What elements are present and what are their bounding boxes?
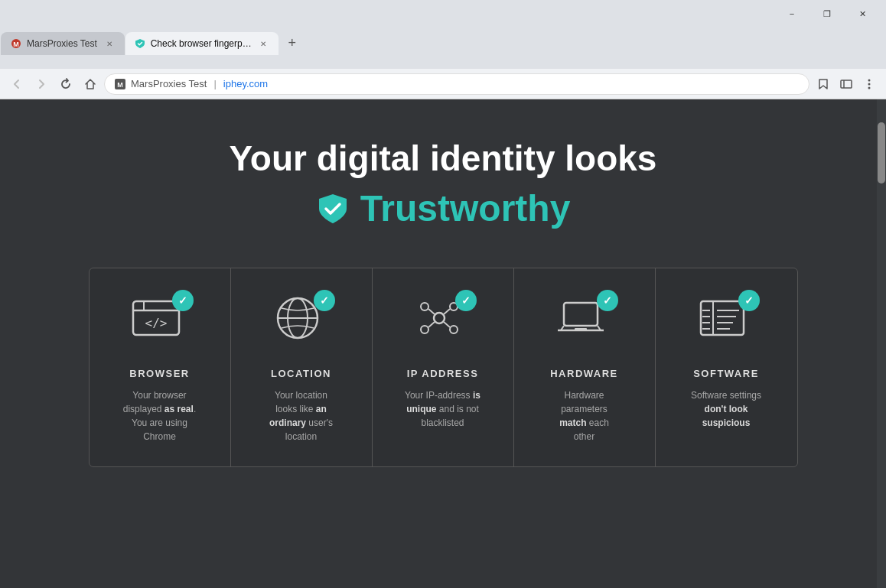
location-check-badge: ✓ bbox=[314, 290, 335, 311]
svg-text:M: M bbox=[117, 81, 123, 89]
location-card-desc: Your locationlooks like anordinary user'… bbox=[269, 388, 333, 443]
svg-rect-25 bbox=[564, 303, 598, 326]
page-content: Your digital identity looks Trustworthy … bbox=[0, 99, 886, 588]
shield-favicon-icon bbox=[135, 37, 146, 50]
software-card-title: SOFTWARE bbox=[693, 368, 759, 379]
mars-favicon-icon: M bbox=[10, 37, 22, 50]
software-card-icon-wrap: ✓ bbox=[695, 291, 757, 352]
reload-button[interactable] bbox=[55, 73, 77, 95]
svg-line-23 bbox=[428, 322, 435, 327]
browser-card: </> ✓ BROWSER Your browserdisplayed as r… bbox=[90, 268, 231, 466]
minimize-button[interactable]: − bbox=[774, 2, 809, 25]
svg-point-6 bbox=[868, 79, 871, 81]
home-button[interactable] bbox=[80, 73, 101, 95]
title-bar: − ❐ ✕ bbox=[0, 0, 886, 28]
close-button[interactable]: ✕ bbox=[845, 2, 880, 25]
ip-address-card: ✓ IP ADDRESS Your IP-address isunique an… bbox=[373, 268, 514, 466]
svg-text:</>: </> bbox=[145, 316, 167, 330]
menu-button[interactable] bbox=[858, 73, 880, 95]
svg-rect-29 bbox=[575, 328, 587, 330]
restore-button[interactable]: ❐ bbox=[809, 2, 845, 25]
ip-check-badge: ✓ bbox=[455, 290, 477, 311]
svg-point-20 bbox=[450, 326, 458, 333]
scrollbar[interactable] bbox=[877, 99, 886, 588]
window-controls: − ❐ ✕ bbox=[774, 2, 880, 25]
nav-right-controls bbox=[813, 73, 880, 95]
tab-close-2[interactable]: ✕ bbox=[258, 37, 269, 50]
location-card-icon-wrap: ✓ bbox=[271, 291, 332, 352]
zoom-button[interactable] bbox=[836, 73, 857, 95]
svg-rect-4 bbox=[841, 80, 852, 88]
svg-line-22 bbox=[444, 309, 450, 314]
browser-card-title: BROWSER bbox=[129, 368, 189, 379]
scrollbar-thumb bbox=[878, 122, 885, 184]
back-button[interactable] bbox=[6, 73, 28, 95]
svg-line-24 bbox=[444, 322, 450, 327]
tabs-bar: M MarsProxies Test ✕ Check browser finge… bbox=[0, 28, 886, 55]
headline-line1: Your digital identity looks bbox=[230, 138, 657, 180]
location-card-title: LOCATION bbox=[271, 368, 331, 379]
new-tab-button[interactable]: + bbox=[282, 32, 303, 54]
hardware-card-icon-wrap: ✓ bbox=[554, 291, 615, 352]
forward-button[interactable] bbox=[31, 73, 52, 95]
trustworthy-label: Trustworthy bbox=[360, 187, 571, 229]
trustworthy-row: Trustworthy bbox=[316, 187, 571, 229]
address-bar[interactable]: M MarsProxies Test | iphey.com bbox=[104, 73, 809, 95]
tab-close-1[interactable]: ✕ bbox=[103, 37, 116, 50]
software-check-badge: ✓ bbox=[738, 290, 760, 311]
ip-card-title: IP ADDRESS bbox=[407, 368, 479, 379]
hardware-card-title: HARDWARE bbox=[550, 368, 618, 379]
tab-fingerprints[interactable]: Check browser fingerprints ✕ bbox=[125, 32, 279, 55]
address-domain: iphey.com bbox=[223, 78, 268, 89]
cards-container: </> ✓ BROWSER Your browserdisplayed as r… bbox=[89, 268, 798, 467]
browser-card-desc: Your browserdisplayed as real.You are us… bbox=[123, 388, 196, 443]
software-card: ✓ SOFTWARE Software settingsdon't looksu… bbox=[656, 268, 797, 466]
trustworthy-shield-icon bbox=[316, 192, 350, 226]
software-card-desc: Software settingsdon't looksuspicious bbox=[691, 388, 761, 430]
svg-line-21 bbox=[428, 309, 435, 314]
svg-rect-30 bbox=[701, 301, 744, 335]
hardware-card: ✓ HARDWARE Hardwareparametersmatch eacho… bbox=[514, 268, 656, 466]
location-card: ✓ LOCATION Your locationlooks like anord… bbox=[231, 268, 373, 466]
svg-point-7 bbox=[868, 83, 871, 85]
svg-point-16 bbox=[434, 313, 445, 323]
svg-point-8 bbox=[868, 86, 871, 89]
tab-mars-label: MarsProxies Test bbox=[27, 38, 97, 49]
svg-point-17 bbox=[421, 303, 428, 310]
browser-card-icon-wrap: </> ✓ bbox=[129, 291, 191, 352]
address-origin: MarsProxies Test bbox=[131, 78, 207, 89]
tab-fingerprints-label: Check browser fingerprints bbox=[151, 38, 252, 49]
ip-card-desc: Your IP-address isunique and is notblack… bbox=[405, 388, 480, 430]
ip-card-icon-wrap: ✓ bbox=[412, 291, 474, 352]
browser-check-badge: ✓ bbox=[172, 290, 194, 311]
svg-point-19 bbox=[421, 326, 428, 333]
svg-text:M: M bbox=[13, 41, 19, 48]
browser-chrome: − ❐ ✕ M MarsProxies Test ✕ bbox=[0, 0, 886, 69]
tab-mars-proxies[interactable]: M MarsProxies Test ✕ bbox=[1, 32, 125, 55]
site-icon: M bbox=[114, 78, 126, 90]
nav-bar: M MarsProxies Test | iphey.com bbox=[0, 69, 886, 99]
bookmark-button[interactable] bbox=[813, 73, 834, 95]
hardware-check-badge: ✓ bbox=[597, 290, 618, 311]
hardware-card-desc: Hardwareparametersmatch eachother bbox=[559, 388, 609, 443]
